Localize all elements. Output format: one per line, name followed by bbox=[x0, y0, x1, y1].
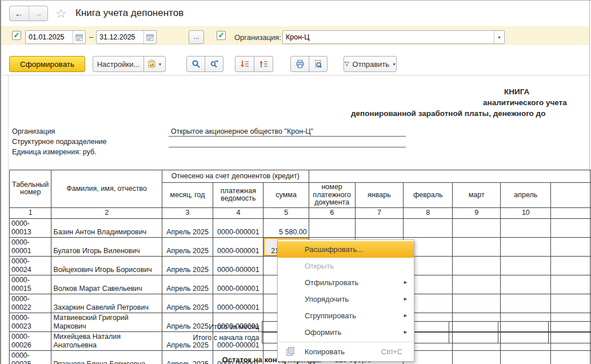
print-button[interactable] bbox=[290, 56, 309, 72]
settings-button[interactable]: Настройки... bbox=[93, 56, 144, 72]
table-cell[interactable]: 0000-000001 bbox=[213, 275, 263, 294]
context-menu-item[interactable]: Отфильтровать► bbox=[278, 274, 414, 291]
table-cell[interactable]: Апрель 2025 bbox=[162, 256, 213, 275]
table-cell[interactable] bbox=[501, 237, 551, 256]
table-cell[interactable] bbox=[501, 218, 551, 237]
calendar-icon bbox=[146, 34, 154, 41]
totals-year-cell[interactable] bbox=[498, 333, 549, 343]
table-cell[interactable]: 0000-000001 bbox=[213, 294, 263, 313]
report-left-edge bbox=[8, 75, 9, 364]
checkmark-icon: ✓ bbox=[218, 31, 225, 39]
table-cell[interactable]: 0000-000001 bbox=[213, 256, 263, 275]
col-header-sum: сумма bbox=[263, 183, 309, 208]
group-header-empty bbox=[309, 170, 590, 183]
table-cell[interactable] bbox=[551, 237, 591, 256]
organization-input[interactable] bbox=[283, 31, 494, 43]
col-header-doc: номер платежного документа bbox=[309, 183, 355, 208]
table-row[interactable]: 0000-00013Базин Антон ВладимировичАпрель… bbox=[10, 218, 591, 237]
table-cell[interactable]: Апрель 2025 bbox=[162, 275, 213, 294]
totals-month-cell[interactable] bbox=[498, 322, 549, 333]
back-arrow-icon: ← bbox=[15, 9, 23, 18]
table-cell[interactable]: Войцехович Игорь Борисович bbox=[51, 256, 162, 275]
table-cell[interactable]: Апрель 2025 bbox=[162, 294, 213, 313]
table-cell[interactable] bbox=[551, 294, 591, 313]
table-cell[interactable]: Апрель 2025 bbox=[162, 218, 213, 237]
organization-dropdown-button[interactable]: ▼ bbox=[494, 31, 504, 43]
nav-history-group: ← → bbox=[9, 6, 48, 21]
table-cell[interactable]: 0000-00001 bbox=[10, 237, 51, 256]
period-more-button[interactable]: ... bbox=[189, 30, 204, 44]
table-cell[interactable] bbox=[453, 256, 501, 275]
table-cell[interactable] bbox=[453, 294, 501, 313]
col-number: 9 bbox=[453, 207, 501, 218]
table-cell[interactable]: 0000-00015 bbox=[10, 275, 51, 294]
forward-button[interactable]: → bbox=[29, 6, 48, 21]
totals-year-cell[interactable] bbox=[449, 333, 498, 343]
sort-descending-button[interactable] bbox=[235, 56, 254, 72]
search-icon bbox=[191, 59, 201, 69]
search-next-icon bbox=[210, 59, 219, 69]
table-cell[interactable]: 0000-00025 bbox=[10, 350, 51, 364]
back-button[interactable]: ← bbox=[10, 6, 29, 21]
table-cell[interactable]: Апрель 2025 bbox=[162, 237, 213, 256]
table-cell[interactable]: Базин Антон Владимирович bbox=[51, 218, 162, 237]
table-cell[interactable] bbox=[453, 237, 501, 256]
totals-month-cell[interactable] bbox=[549, 322, 591, 333]
report-variant-icon bbox=[147, 59, 157, 69]
send-button[interactable]: Отправить ▼ bbox=[344, 56, 397, 72]
period-checkbox[interactable]: ✓ bbox=[12, 31, 21, 40]
table-cell[interactable]: Булатов Игорь Виленович bbox=[51, 237, 162, 256]
table-cell[interactable]: Волков Марат Савельевич bbox=[51, 275, 162, 294]
calendar-button[interactable] bbox=[73, 31, 85, 43]
copy-icon bbox=[286, 347, 294, 356]
context-menu-item[interactable]: Оформить► bbox=[278, 324, 414, 341]
table-cell[interactable] bbox=[501, 256, 551, 275]
context-menu-item[interactable]: Сгруппировать► bbox=[278, 307, 414, 324]
table-cell[interactable] bbox=[355, 218, 404, 237]
sort-ascending-button[interactable] bbox=[254, 56, 273, 72]
table-cell[interactable] bbox=[501, 294, 551, 313]
report-variants-button[interactable]: ▼ bbox=[143, 56, 166, 72]
table-cell[interactable] bbox=[453, 218, 501, 237]
menu-separator bbox=[278, 342, 413, 342]
totals-month-cell[interactable] bbox=[449, 322, 498, 333]
table-cell[interactable]: Захаркин Савелий Петрович bbox=[51, 294, 162, 313]
col-header-tab-number: Табельный номер bbox=[10, 170, 51, 208]
chevron-down-icon: ▼ bbox=[158, 62, 162, 66]
table-cell[interactable] bbox=[309, 218, 355, 237]
table-cell[interactable] bbox=[453, 350, 501, 364]
table-cell[interactable]: 0000-00022 bbox=[10, 294, 51, 313]
print-preview-icon bbox=[314, 59, 323, 69]
totals-year-cell[interactable] bbox=[549, 333, 591, 343]
favorite-star-icon[interactable]: ☆ bbox=[55, 6, 67, 21]
generate-button[interactable]: Сформировать bbox=[9, 56, 85, 72]
col-number: 1 bbox=[10, 207, 51, 218]
table-cell[interactable]: 0000-00013 bbox=[10, 218, 51, 237]
context-menu-item[interactable]: КопироватьCtrl+C bbox=[278, 343, 414, 360]
period-from-input[interactable] bbox=[26, 31, 73, 43]
table-cell[interactable]: 5 580.00 bbox=[263, 218, 309, 237]
table-cell[interactable]: 0000-000001 bbox=[213, 237, 263, 256]
table-cell[interactable] bbox=[453, 275, 501, 294]
table-cell[interactable] bbox=[551, 350, 591, 364]
table-cell[interactable] bbox=[551, 218, 591, 237]
organization-checkbox[interactable]: ✓ bbox=[217, 31, 226, 40]
search-next-button[interactable] bbox=[205, 56, 223, 72]
calendar-button[interactable] bbox=[143, 31, 156, 43]
context-menu-item[interactable]: Упорядочить► bbox=[278, 291, 414, 307]
print-preview-button[interactable] bbox=[309, 56, 328, 72]
search-button[interactable] bbox=[186, 56, 205, 72]
report-title-line1: КНИГА bbox=[504, 87, 529, 96]
calendar-icon bbox=[75, 34, 83, 41]
table-cell[interactable] bbox=[404, 218, 453, 237]
table-cell[interactable] bbox=[501, 275, 551, 294]
table-cell[interactable] bbox=[501, 350, 551, 364]
context-menu-item[interactable]: Расшифровать... bbox=[278, 241, 414, 258]
period-to-input[interactable] bbox=[97, 31, 143, 43]
table-cell[interactable]: 0000-000001 bbox=[213, 218, 263, 237]
table-cell[interactable] bbox=[551, 256, 591, 275]
report-unit-label: Единица измерения: руб. bbox=[12, 148, 97, 156]
period-dash: – bbox=[89, 33, 93, 41]
table-cell[interactable] bbox=[551, 275, 591, 294]
table-cell[interactable]: 0000-00024 bbox=[10, 256, 51, 275]
